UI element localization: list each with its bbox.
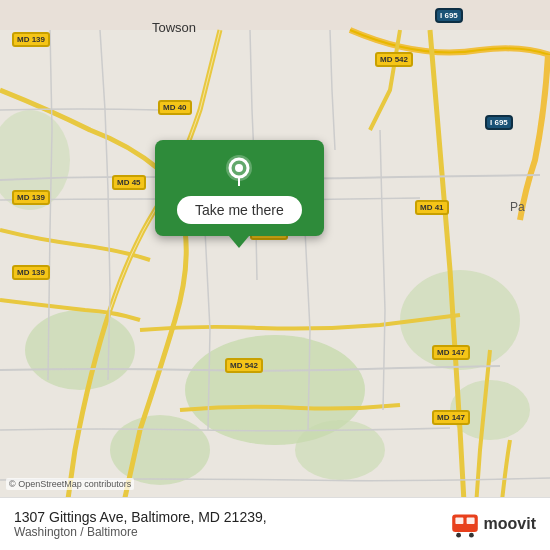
svg-point-4	[110, 415, 210, 485]
shield-md139-mid: MD 139	[12, 190, 50, 205]
svg-point-2	[25, 310, 135, 390]
shield-md542-top: MD 542	[375, 52, 413, 67]
moovit-label: moovit	[484, 515, 536, 533]
svg-point-15	[469, 533, 474, 538]
take-me-there-button[interactable]: Take me there	[177, 196, 302, 224]
shield-md147-lower: MD 147	[432, 410, 470, 425]
address-main: 1307 Gittings Ave, Baltimore, MD 21239,	[14, 509, 267, 525]
map-svg	[0, 0, 550, 550]
svg-point-14	[456, 533, 461, 538]
address-sub: Washington / Baltimore	[14, 525, 267, 539]
address-section: 1307 Gittings Ave, Baltimore, MD 21239, …	[14, 509, 267, 539]
location-pin-icon	[221, 154, 257, 190]
moovit-logo: moovit	[449, 508, 536, 540]
green-callout-box: Take me there	[155, 140, 324, 236]
shield-i695-top: I 695	[435, 8, 463, 23]
svg-rect-13	[466, 518, 474, 524]
shield-md139-lower: MD 139	[12, 265, 50, 280]
location-popup: Take me there	[155, 140, 324, 248]
shield-md40: MD 40	[158, 100, 192, 115]
bottom-bar: 1307 Gittings Ave, Baltimore, MD 21239, …	[0, 497, 550, 550]
towson-label: Towson	[152, 20, 196, 35]
popup-tail	[229, 236, 249, 248]
shield-md41: MD 41	[415, 200, 449, 215]
svg-point-10	[235, 164, 243, 172]
shield-md45: MD 45	[112, 175, 146, 190]
shield-md139-top: MD 139	[12, 32, 50, 47]
attribution-text: © OpenStreetMap contributors	[6, 478, 134, 490]
shield-md147-upper: MD 147	[432, 345, 470, 360]
svg-rect-12	[455, 518, 463, 524]
map-container: Towson Pa MD 139 MD 45 MD 41 MD 139 MD 1…	[0, 0, 550, 550]
shield-md542-lower: MD 542	[225, 358, 263, 373]
pa-label: Pa	[510, 200, 525, 214]
shield-i695-right: I 695	[485, 115, 513, 130]
moovit-icon-svg	[449, 508, 481, 540]
